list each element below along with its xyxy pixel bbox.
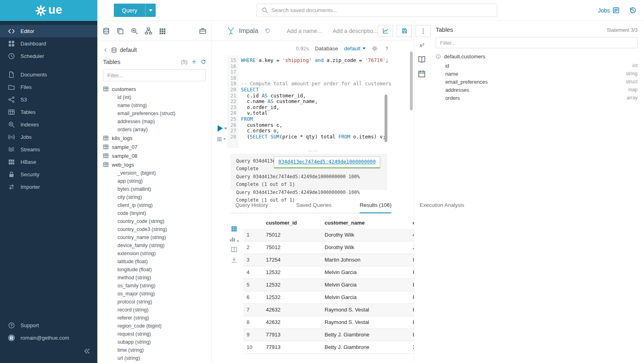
column-name[interactable]: namestring [436, 70, 638, 78]
results-col-order-id[interactable]: order_id [409, 217, 414, 229]
column-addresses[interactable]: addressesmap [436, 86, 638, 94]
sidebar-item-security[interactable]: Security [0, 168, 97, 181]
add-table-icon[interactable] [191, 59, 197, 64]
sidebar-item-streams[interactable]: Streams [0, 143, 97, 156]
chart-view-toggle[interactable] [229, 236, 239, 242]
query-name-input[interactable] [287, 28, 327, 34]
tree-column[interactable]: request (string) [103, 330, 212, 338]
sidebar-item-importer[interactable]: Importer [0, 181, 97, 193]
tree-table-k8s-logs[interactable]: k8s_logs [103, 134, 212, 142]
download-results-icon[interactable] [231, 257, 237, 263]
active-table-row[interactable]: default.customers [436, 54, 638, 60]
tree-column[interactable]: longitude (float) [103, 266, 212, 274]
schedule-icon[interactable] [418, 70, 426, 78]
back-icon[interactable] [103, 47, 108, 53]
code-line[interactable]: FROM [241, 116, 391, 122]
briefcase-icon[interactable] [199, 27, 206, 35]
hue-logo[interactable]: ue [0, 0, 97, 21]
tree-column[interactable]: name (string) [103, 101, 212, 109]
tree-column[interactable]: extension (string) [103, 250, 212, 258]
columns-view-icon[interactable] [231, 246, 237, 253]
results-col-customer-name[interactable]: customer_name [321, 217, 409, 229]
sidebar-item-tables[interactable]: Tables [0, 106, 97, 118]
jobs-link[interactable]: Jobs [598, 7, 619, 14]
tree-table-sample-07[interactable]: sample_07 [103, 142, 212, 151]
tree-column[interactable]: referer (string) [103, 314, 212, 322]
tree-column[interactable]: _version_ (bigint) [103, 169, 212, 177]
tree-table-web-logs[interactable]: web_logs [103, 160, 212, 169]
sidebar-item-support[interactable]: Support [0, 319, 97, 332]
query-dropdown-button[interactable] [145, 4, 156, 17]
code-line[interactable]: customers c, [241, 122, 391, 128]
resize-handle-top[interactable] [212, 148, 414, 154]
apps-grid-icon[interactable] [159, 27, 166, 35]
tree-column[interactable]: code (tinyint) [103, 209, 212, 217]
tree-column[interactable]: bytes (smallint) [103, 185, 212, 193]
functions-icon[interactable] [420, 42, 424, 49]
global-search[interactable] [257, 4, 497, 17]
tree-column[interactable]: addresses (map) [103, 118, 212, 126]
info-icon[interactable] [436, 54, 441, 59]
search-zoom-icon[interactable] [131, 27, 138, 35]
tree-column[interactable]: app (string) [103, 177, 212, 185]
save-button[interactable] [397, 25, 412, 37]
table-row[interactable]: 742632Raymond S. VestalHS31241944 [243, 303, 414, 316]
query-button[interactable]: Query [114, 4, 145, 17]
sidebar-item-indexes[interactable]: Indexes [0, 118, 97, 131]
query-id-popup[interactable]: 034d413ec7474ed5:4249de1000000000 [274, 157, 380, 168]
tree-column[interactable]: orders (array) [103, 126, 212, 134]
editor-context-button[interactable] [217, 136, 226, 142]
column-email-preferences[interactable]: email_preferencesstruct [436, 78, 638, 86]
table-row[interactable]: 612532Melvin GarciaR9S8381278 [243, 291, 414, 303]
tables-filter-input[interactable] [103, 69, 206, 81]
query-description-input[interactable] [333, 28, 378, 34]
code-editor[interactable]: 1516171819202122232425262728 WHERE a.key… [212, 56, 414, 148]
column-id[interactable]: idint [436, 62, 638, 70]
tree-column[interactable]: protocol (string) [103, 298, 212, 306]
sidebar-item-files[interactable]: Files [0, 81, 97, 93]
tab-execution-analysis[interactable]: Execution Analysis [420, 197, 464, 213]
chart-button[interactable] [378, 25, 393, 37]
database-select[interactable]: default [344, 45, 366, 52]
code-line[interactable]: c.id AS customer_id, [241, 93, 391, 99]
code-scrollbar[interactable] [385, 95, 387, 142]
table-row[interactable]: 317254Martin JohnsonI72T3918 [243, 254, 414, 266]
sidebar-item-scheduler[interactable]: Scheduler [0, 50, 97, 62]
run-query-button[interactable] [218, 125, 227, 132]
sidebar-item-jobs[interactable]: Jobs [0, 131, 97, 143]
tree-table-sample-08[interactable]: sample_08 [103, 151, 212, 160]
documents-icon[interactable] [117, 27, 124, 35]
sidebar-collapse-icon[interactable] [83, 347, 91, 355]
tree-column[interactable]: url (string) [103, 354, 212, 362]
tree-column[interactable]: time (string) [103, 346, 212, 354]
sidebar-item-dashboard[interactable]: Dashboard [0, 37, 97, 50]
tree-column[interactable]: region_code (bigint) [103, 322, 212, 330]
tree-column[interactable]: subapp (string) [103, 338, 212, 346]
sitemap-icon[interactable] [145, 27, 152, 35]
tree-table-customers[interactable]: customers [103, 85, 212, 93]
tree-column[interactable]: country_code (string) [103, 217, 212, 225]
tree-column[interactable]: os_family (string) [103, 282, 212, 290]
code-line[interactable]: (SELECT SUM(price * qty) total FROM o.it… [241, 134, 391, 140]
code-line[interactable]: WHERE a.key = 'shipping' and a.zip_code … [241, 58, 391, 64]
main-scrollbar[interactable] [410, 52, 413, 110]
code-line[interactable]: c.name AS customer_name, [241, 99, 391, 105]
sidebar-item-user[interactable]: R romain@gethue.com [0, 332, 97, 344]
sidebar-item-s3[interactable]: S3 [0, 93, 97, 106]
table-row[interactable]: 412532Melvin GarciaPB626868 [243, 266, 414, 278]
more-options-button[interactable]: ⋮ [416, 25, 431, 37]
tree-column[interactable]: record (string) [103, 306, 212, 314]
query-history-icon[interactable] [629, 6, 637, 14]
code-line[interactable]: v.total [241, 110, 391, 116]
results-col-customer-id[interactable]: customer_id [263, 217, 321, 229]
code-line[interactable]: c.orders o, [241, 128, 391, 134]
tree-column[interactable]: method (string) [103, 274, 212, 282]
code-line[interactable] [241, 75, 391, 81]
refresh-tables-icon[interactable] [201, 59, 206, 64]
table-row[interactable]: 842632Raymond S. VestalBS59022798 [243, 316, 414, 328]
table-row[interactable]: 1077913Betty J. GiambroneXR27714315 [243, 341, 414, 353]
settings-gear-icon[interactable] [372, 45, 378, 52]
code-line[interactable] [241, 64, 391, 70]
code-line[interactable]: SELECT [241, 87, 391, 93]
tree-column[interactable]: city (string) [103, 193, 212, 201]
